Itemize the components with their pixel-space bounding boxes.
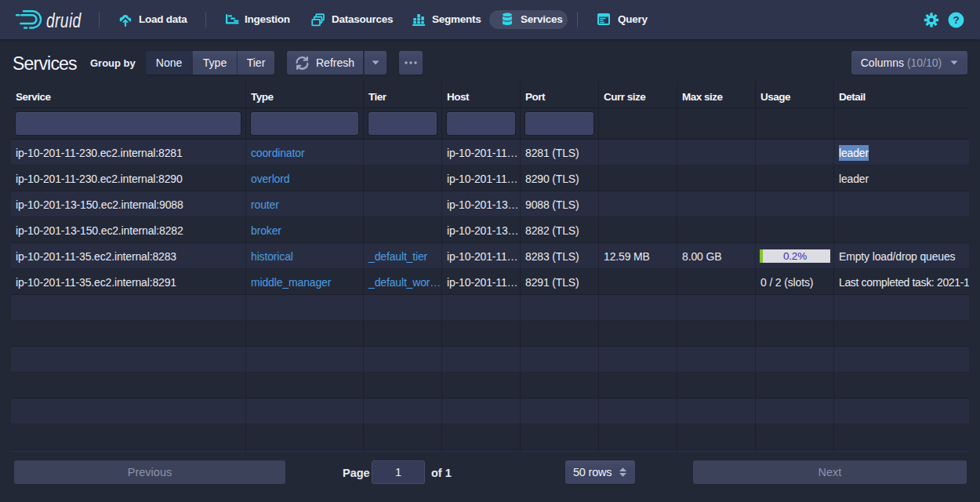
svg-text:?: ? bbox=[953, 14, 959, 26]
